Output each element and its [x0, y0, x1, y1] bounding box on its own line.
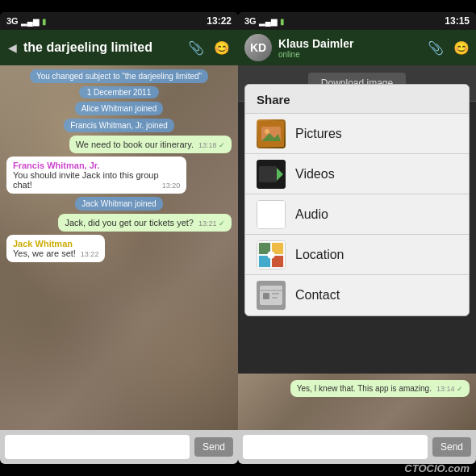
pictures-icon	[257, 119, 286, 148]
svg-rect-22	[263, 293, 269, 299]
sender-name: Jack Whitman	[13, 239, 98, 248]
svg-point-18	[267, 251, 274, 258]
contact-status: online	[278, 50, 421, 59]
tick-icon: ✓	[219, 219, 225, 228]
right-chat-header: KD Klaus Daimler online 📎 😊	[238, 30, 476, 65]
right-send-button[interactable]: Send	[432, 437, 471, 457]
right-chat-background: Yes, I knew that. This app is amazing. 1…	[238, 374, 476, 430]
system-message: Jack Whitman joined	[75, 197, 162, 211]
emoji-icon[interactable]: 😊	[214, 40, 230, 56]
message-text: Yes, I knew that. This app is amazing.	[297, 384, 432, 393]
left-chat-area: You changed subject to "the darjeeling l…	[0, 65, 238, 430]
message-text: We need to book our itinerary.	[76, 140, 194, 149]
videos-label: Videos	[295, 167, 335, 182]
tick-icon: ✓	[219, 141, 225, 149]
right-time: 13:15	[445, 15, 470, 27]
right-battery-icon: ▮	[280, 17, 285, 26]
contact-avatar: KD	[244, 34, 272, 61]
videos-icon	[257, 160, 286, 189]
left-input-bar: Send	[0, 430, 238, 464]
share-dialog: Share Pictures	[244, 84, 470, 316]
svg-point-2	[265, 129, 269, 134]
left-signal-icon: ▂▄▆	[21, 17, 40, 26]
share-contact-item[interactable]: Contact	[245, 275, 469, 315]
left-battery-icon: ▮	[42, 17, 47, 26]
message-time: 13:20	[162, 182, 181, 190]
message-text: Jack, did you get our tickets yet?	[65, 218, 194, 228]
svg-rect-10	[269, 207, 273, 217]
back-icon[interactable]: ◀	[8, 41, 17, 54]
message-time: 13:18	[198, 141, 219, 149]
contact-name: Klaus Daimler	[278, 37, 421, 50]
message-time: 13:14	[436, 385, 457, 393]
sender-name: Francis Whitman, Jr.	[13, 161, 180, 170]
right-message-input[interactable]	[243, 435, 428, 459]
message-time: 13:21	[198, 219, 219, 228]
message-input[interactable]	[5, 435, 190, 459]
right-message-bubble: Yes, I knew that. This app is amazing. 1…	[290, 380, 470, 397]
share-videos-item[interactable]: Videos	[245, 154, 469, 194]
contact-icon	[257, 281, 286, 310]
svg-rect-23	[272, 293, 279, 294]
message-bubble: We need to book our itinerary. 13:18 ✓	[69, 136, 232, 153]
svg-rect-24	[272, 297, 278, 299]
contact-label: Contact	[295, 288, 340, 303]
attachment-icon[interactable]: 📎	[188, 40, 204, 56]
left-phone-panel: 3G ▂▄▆ ▮ 13:22 ◀ the darjeeling limited …	[0, 12, 238, 464]
audio-label: Audio	[295, 207, 328, 222]
right-network: 3G	[244, 16, 257, 26]
contact-info: Klaus Daimler online	[278, 37, 421, 59]
date-badge: 1 December 2011	[79, 86, 160, 98]
system-message: Francis Whitman, Jr. joined	[64, 119, 174, 132]
svg-rect-12	[266, 223, 275, 225]
message-time: 13:22	[81, 250, 99, 258]
svg-rect-11	[269, 220, 273, 223]
location-icon	[257, 240, 286, 269]
left-network: 3G	[6, 16, 19, 26]
system-message: You changed subject to "the darjeeling l…	[30, 69, 208, 83]
right-phone-panel: 3G ▂▄▆ ▮ 13:15 KD Klaus Daimler online 📎…	[238, 12, 476, 464]
left-status-bar: 3G ▂▄▆ ▮ 13:22	[0, 12, 238, 30]
message-text: You should invite Jack into this group c…	[13, 170, 159, 190]
audio-icon	[257, 200, 286, 229]
right-emoji-icon[interactable]: 😊	[453, 40, 470, 56]
right-status-bar: 3G ▂▄▆ ▮ 13:15	[238, 12, 476, 30]
share-location-item[interactable]: Location	[245, 235, 469, 275]
left-time: 13:22	[207, 15, 232, 27]
watermark: CTOCIO.com	[404, 462, 470, 474]
share-title: Share	[245, 85, 469, 114]
right-attachment-icon[interactable]: 📎	[428, 40, 444, 56]
message-text: Yes, we are set!	[13, 248, 76, 258]
right-signal-icon: ▂▄▆	[259, 17, 278, 26]
pictures-label: Pictures	[295, 127, 342, 141]
send-button[interactable]: Send	[194, 437, 233, 457]
svg-rect-5	[259, 166, 277, 182]
left-chat-header: ◀ the darjeeling limited 📎 😊	[0, 30, 238, 65]
chat-title: the darjeeling limited	[23, 40, 182, 55]
share-pictures-item[interactable]: Pictures	[245, 114, 469, 154]
message-bubble: Jack, did you get our tickets yet? 13:21…	[58, 214, 232, 232]
right-input-bar: Send	[238, 430, 476, 464]
message-bubble: Jack Whitman Yes, we are set! 13:22	[6, 235, 105, 262]
avatar-initials: KD	[244, 34, 272, 61]
system-message: Alice Whitman joined	[75, 102, 163, 115]
message-bubble: Francis Whitman, Jr. You should invite J…	[6, 157, 186, 194]
share-audio-item[interactable]: Audio	[245, 194, 469, 235]
tick-icon: ✓	[457, 385, 463, 393]
location-label: Location	[295, 248, 344, 262]
